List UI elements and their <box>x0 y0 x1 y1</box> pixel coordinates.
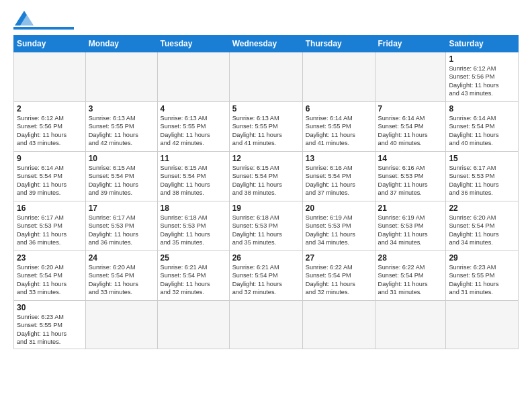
day-info: Sunrise: 6:23 AM Sunset: 5:55 PM Dayligh… <box>17 313 83 347</box>
day-info: Sunrise: 6:14 AM Sunset: 5:54 PM Dayligh… <box>378 114 443 148</box>
day-info: Sunrise: 6:20 AM Sunset: 5:54 PM Dayligh… <box>89 263 154 297</box>
calendar-cell: 29Sunrise: 6:23 AM Sunset: 5:55 PM Dayli… <box>446 251 519 301</box>
weekday-header-sunday: Sunday <box>14 36 86 52</box>
day-info: Sunrise: 6:12 AM Sunset: 5:56 PM Dayligh… <box>449 64 515 98</box>
calendar-cell: 9Sunrise: 6:14 AM Sunset: 5:54 PM Daylig… <box>14 152 86 201</box>
day-number: 2 <box>17 104 83 113</box>
day-info: Sunrise: 6:16 AM Sunset: 5:54 PM Dayligh… <box>306 164 372 197</box>
calendar-cell: 27Sunrise: 6:22 AM Sunset: 5:54 PM Dayli… <box>302 251 375 301</box>
calendar-cell: 10Sunrise: 6:15 AM Sunset: 5:54 PM Dayli… <box>85 152 157 201</box>
calendar-cell <box>302 52 375 102</box>
calendar-week-row: 16Sunrise: 6:17 AM Sunset: 5:53 PM Dayli… <box>14 201 519 251</box>
calendar-cell: 21Sunrise: 6:19 AM Sunset: 5:53 PM Dayli… <box>375 201 446 251</box>
calendar-cell: 7Sunrise: 6:14 AM Sunset: 5:54 PM Daylig… <box>375 102 446 152</box>
calendar-cell: 26Sunrise: 6:21 AM Sunset: 5:54 PM Dayli… <box>229 251 302 301</box>
day-info: Sunrise: 6:13 AM Sunset: 5:55 PM Dayligh… <box>232 114 300 148</box>
day-number: 30 <box>17 303 83 312</box>
day-number: 27 <box>306 253 372 263</box>
day-info: Sunrise: 6:14 AM Sunset: 5:54 PM Dayligh… <box>449 114 515 148</box>
day-info: Sunrise: 6:17 AM Sunset: 5:53 PM Dayligh… <box>89 214 154 247</box>
calendar-cell: 3Sunrise: 6:13 AM Sunset: 5:55 PM Daylig… <box>85 102 157 152</box>
logo-icon <box>15 11 34 26</box>
calendar-cell <box>302 301 375 349</box>
weekday-header-saturday: Saturday <box>446 36 519 52</box>
weekday-header-friday: Friday <box>375 36 446 52</box>
day-number: 12 <box>232 154 300 163</box>
header <box>13 12 519 30</box>
day-info: Sunrise: 6:15 AM Sunset: 5:54 PM Dayligh… <box>232 164 300 197</box>
day-number: 4 <box>161 104 226 113</box>
day-number: 28 <box>378 253 443 263</box>
day-number: 24 <box>89 253 154 263</box>
day-number: 10 <box>89 154 154 163</box>
calendar-week-row: 30Sunrise: 6:23 AM Sunset: 5:55 PM Dayli… <box>14 301 519 349</box>
calendar-cell <box>375 52 446 102</box>
day-info: Sunrise: 6:12 AM Sunset: 5:56 PM Dayligh… <box>17 114 83 148</box>
day-info: Sunrise: 6:20 AM Sunset: 5:54 PM Dayligh… <box>449 214 515 247</box>
calendar-cell <box>14 52 86 102</box>
calendar-cell: 4Sunrise: 6:13 AM Sunset: 5:55 PM Daylig… <box>157 102 229 152</box>
day-number: 15 <box>449 154 515 163</box>
day-number: 7 <box>378 104 443 113</box>
calendar-cell: 14Sunrise: 6:16 AM Sunset: 5:53 PM Dayli… <box>375 152 446 201</box>
calendar-cell: 17Sunrise: 6:17 AM Sunset: 5:53 PM Dayli… <box>85 201 157 251</box>
day-info: Sunrise: 6:19 AM Sunset: 5:53 PM Dayligh… <box>378 214 443 247</box>
day-info: Sunrise: 6:13 AM Sunset: 5:55 PM Dayligh… <box>89 114 154 148</box>
day-info: Sunrise: 6:15 AM Sunset: 5:54 PM Dayligh… <box>161 164 226 197</box>
day-number: 25 <box>161 253 226 263</box>
day-number: 29 <box>449 253 515 263</box>
day-info: Sunrise: 6:18 AM Sunset: 5:53 PM Dayligh… <box>232 214 300 247</box>
calendar-cell <box>85 301 157 349</box>
day-number: 8 <box>449 104 515 113</box>
calendar-cell: 5Sunrise: 6:13 AM Sunset: 5:55 PM Daylig… <box>229 102 302 152</box>
day-info: Sunrise: 6:18 AM Sunset: 5:53 PM Dayligh… <box>161 214 226 247</box>
day-info: Sunrise: 6:16 AM Sunset: 5:53 PM Dayligh… <box>378 164 443 197</box>
calendar-cell <box>229 52 302 102</box>
day-number: 22 <box>449 203 515 213</box>
calendar-cell: 12Sunrise: 6:15 AM Sunset: 5:54 PM Dayli… <box>229 152 302 201</box>
calendar-cell: 16Sunrise: 6:17 AM Sunset: 5:53 PM Dayli… <box>14 201 86 251</box>
page: SundayMondayTuesdayWednesdayThursdayFrid… <box>0 0 532 411</box>
weekday-header-tuesday: Tuesday <box>157 36 229 52</box>
calendar-cell <box>157 52 229 102</box>
logo <box>13 12 74 30</box>
day-info: Sunrise: 6:14 AM Sunset: 5:54 PM Dayligh… <box>17 164 83 197</box>
calendar-week-row: 2Sunrise: 6:12 AM Sunset: 5:56 PM Daylig… <box>14 102 519 152</box>
calendar-cell: 6Sunrise: 6:14 AM Sunset: 5:55 PM Daylig… <box>302 102 375 152</box>
day-number: 19 <box>232 203 300 213</box>
day-number: 17 <box>89 203 154 213</box>
logo-underline <box>13 27 74 30</box>
calendar-cell: 28Sunrise: 6:22 AM Sunset: 5:54 PM Dayli… <box>375 251 446 301</box>
day-number: 13 <box>306 154 372 163</box>
calendar-cell: 19Sunrise: 6:18 AM Sunset: 5:53 PM Dayli… <box>229 201 302 251</box>
day-info: Sunrise: 6:22 AM Sunset: 5:54 PM Dayligh… <box>306 263 372 297</box>
day-number: 11 <box>161 154 226 163</box>
day-number: 1 <box>449 54 515 64</box>
calendar-cell: 25Sunrise: 6:21 AM Sunset: 5:54 PM Dayli… <box>157 251 229 301</box>
calendar-cell: 20Sunrise: 6:19 AM Sunset: 5:53 PM Dayli… <box>302 201 375 251</box>
calendar-cell: 13Sunrise: 6:16 AM Sunset: 5:54 PM Dayli… <box>302 152 375 201</box>
day-info: Sunrise: 6:17 AM Sunset: 5:53 PM Dayligh… <box>449 164 515 197</box>
day-info: Sunrise: 6:23 AM Sunset: 5:55 PM Dayligh… <box>449 263 515 297</box>
calendar-cell <box>85 52 157 102</box>
weekday-header-row: SundayMondayTuesdayWednesdayThursdayFrid… <box>14 36 519 52</box>
calendar-cell: 8Sunrise: 6:14 AM Sunset: 5:54 PM Daylig… <box>446 102 519 152</box>
calendar-cell <box>229 301 302 349</box>
day-number: 5 <box>232 104 300 113</box>
calendar: SundayMondayTuesdayWednesdayThursdayFrid… <box>13 35 519 349</box>
day-info: Sunrise: 6:15 AM Sunset: 5:54 PM Dayligh… <box>89 164 154 197</box>
day-info: Sunrise: 6:17 AM Sunset: 5:53 PM Dayligh… <box>17 214 83 247</box>
day-info: Sunrise: 6:21 AM Sunset: 5:54 PM Dayligh… <box>161 263 226 297</box>
calendar-cell <box>446 301 519 349</box>
calendar-cell: 30Sunrise: 6:23 AM Sunset: 5:55 PM Dayli… <box>14 301 86 349</box>
weekday-header-wednesday: Wednesday <box>229 36 302 52</box>
calendar-week-row: 9Sunrise: 6:14 AM Sunset: 5:54 PM Daylig… <box>14 152 519 201</box>
calendar-cell: 1Sunrise: 6:12 AM Sunset: 5:56 PM Daylig… <box>446 52 519 102</box>
day-number: 23 <box>17 253 83 263</box>
day-info: Sunrise: 6:22 AM Sunset: 5:54 PM Dayligh… <box>378 263 443 297</box>
calendar-week-row: 23Sunrise: 6:20 AM Sunset: 5:54 PM Dayli… <box>14 251 519 301</box>
day-number: 14 <box>378 154 443 163</box>
day-number: 3 <box>89 104 154 113</box>
day-number: 6 <box>306 104 372 113</box>
calendar-cell: 22Sunrise: 6:20 AM Sunset: 5:54 PM Dayli… <box>446 201 519 251</box>
